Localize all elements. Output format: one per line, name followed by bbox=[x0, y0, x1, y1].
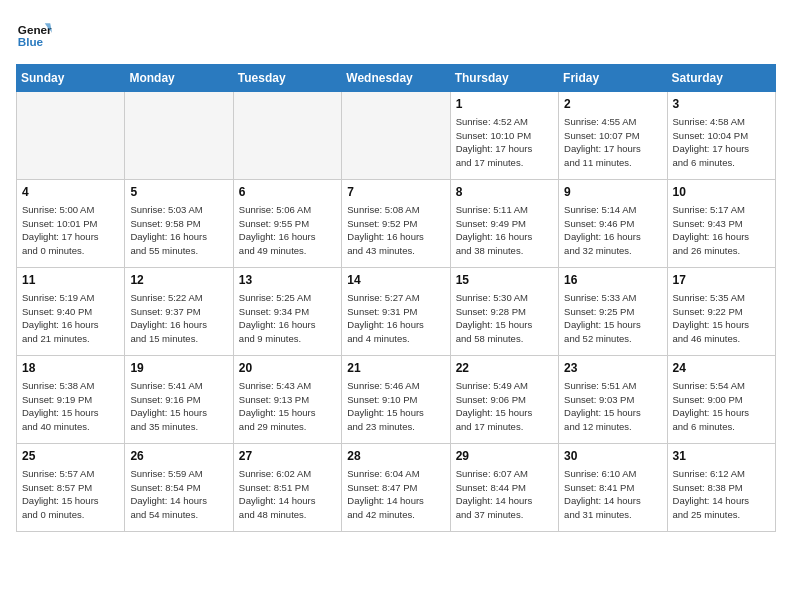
day-number: 23 bbox=[564, 360, 661, 377]
day-number: 8 bbox=[456, 184, 553, 201]
day-cell: 6Sunrise: 5:06 AMSunset: 9:55 PMDaylight… bbox=[233, 180, 341, 268]
svg-text:Blue: Blue bbox=[18, 35, 44, 48]
logo-icon: General Blue bbox=[16, 16, 52, 52]
day-number: 19 bbox=[130, 360, 227, 377]
day-info: Sunrise: 5:57 AMSunset: 8:57 PMDaylight:… bbox=[22, 467, 119, 522]
day-cell: 8Sunrise: 5:11 AMSunset: 9:49 PMDaylight… bbox=[450, 180, 558, 268]
day-cell: 17Sunrise: 5:35 AMSunset: 9:22 PMDayligh… bbox=[667, 268, 775, 356]
day-info: Sunrise: 5:17 AMSunset: 9:43 PMDaylight:… bbox=[673, 203, 770, 258]
day-cell: 28Sunrise: 6:04 AMSunset: 8:47 PMDayligh… bbox=[342, 444, 450, 532]
day-number: 15 bbox=[456, 272, 553, 289]
day-number: 3 bbox=[673, 96, 770, 113]
day-info: Sunrise: 6:07 AMSunset: 8:44 PMDaylight:… bbox=[456, 467, 553, 522]
day-cell bbox=[342, 92, 450, 180]
page-header: General Blue bbox=[16, 16, 776, 52]
calendar-table: SundayMondayTuesdayWednesdayThursdayFrid… bbox=[16, 64, 776, 532]
day-number: 31 bbox=[673, 448, 770, 465]
day-cell: 19Sunrise: 5:41 AMSunset: 9:16 PMDayligh… bbox=[125, 356, 233, 444]
day-number: 4 bbox=[22, 184, 119, 201]
day-info: Sunrise: 5:38 AMSunset: 9:19 PMDaylight:… bbox=[22, 379, 119, 434]
day-info: Sunrise: 4:58 AMSunset: 10:04 PMDaylight… bbox=[673, 115, 770, 170]
day-number: 6 bbox=[239, 184, 336, 201]
day-info: Sunrise: 5:25 AMSunset: 9:34 PMDaylight:… bbox=[239, 291, 336, 346]
day-info: Sunrise: 5:41 AMSunset: 9:16 PMDaylight:… bbox=[130, 379, 227, 434]
day-info: Sunrise: 5:08 AMSunset: 9:52 PMDaylight:… bbox=[347, 203, 444, 258]
col-header-thursday: Thursday bbox=[450, 65, 558, 92]
day-number: 20 bbox=[239, 360, 336, 377]
col-header-saturday: Saturday bbox=[667, 65, 775, 92]
day-number: 29 bbox=[456, 448, 553, 465]
day-cell: 13Sunrise: 5:25 AMSunset: 9:34 PMDayligh… bbox=[233, 268, 341, 356]
day-cell: 29Sunrise: 6:07 AMSunset: 8:44 PMDayligh… bbox=[450, 444, 558, 532]
day-number: 21 bbox=[347, 360, 444, 377]
day-info: Sunrise: 5:27 AMSunset: 9:31 PMDaylight:… bbox=[347, 291, 444, 346]
day-number: 2 bbox=[564, 96, 661, 113]
day-info: Sunrise: 6:04 AMSunset: 8:47 PMDaylight:… bbox=[347, 467, 444, 522]
day-info: Sunrise: 5:51 AMSunset: 9:03 PMDaylight:… bbox=[564, 379, 661, 434]
day-info: Sunrise: 5:46 AMSunset: 9:10 PMDaylight:… bbox=[347, 379, 444, 434]
day-info: Sunrise: 5:14 AMSunset: 9:46 PMDaylight:… bbox=[564, 203, 661, 258]
day-info: Sunrise: 5:33 AMSunset: 9:25 PMDaylight:… bbox=[564, 291, 661, 346]
day-cell: 11Sunrise: 5:19 AMSunset: 9:40 PMDayligh… bbox=[17, 268, 125, 356]
day-cell bbox=[125, 92, 233, 180]
day-info: Sunrise: 5:06 AMSunset: 9:55 PMDaylight:… bbox=[239, 203, 336, 258]
day-number: 14 bbox=[347, 272, 444, 289]
day-cell: 31Sunrise: 6:12 AMSunset: 8:38 PMDayligh… bbox=[667, 444, 775, 532]
day-number: 5 bbox=[130, 184, 227, 201]
day-cell: 27Sunrise: 6:02 AMSunset: 8:51 PMDayligh… bbox=[233, 444, 341, 532]
day-number: 30 bbox=[564, 448, 661, 465]
day-info: Sunrise: 5:00 AMSunset: 10:01 PMDaylight… bbox=[22, 203, 119, 258]
day-cell: 3Sunrise: 4:58 AMSunset: 10:04 PMDayligh… bbox=[667, 92, 775, 180]
day-cell: 21Sunrise: 5:46 AMSunset: 9:10 PMDayligh… bbox=[342, 356, 450, 444]
day-cell: 22Sunrise: 5:49 AMSunset: 9:06 PMDayligh… bbox=[450, 356, 558, 444]
day-cell: 1Sunrise: 4:52 AMSunset: 10:10 PMDayligh… bbox=[450, 92, 558, 180]
day-number: 18 bbox=[22, 360, 119, 377]
day-info: Sunrise: 5:03 AMSunset: 9:58 PMDaylight:… bbox=[130, 203, 227, 258]
col-header-monday: Monday bbox=[125, 65, 233, 92]
day-number: 7 bbox=[347, 184, 444, 201]
day-number: 9 bbox=[564, 184, 661, 201]
day-cell: 7Sunrise: 5:08 AMSunset: 9:52 PMDaylight… bbox=[342, 180, 450, 268]
day-info: Sunrise: 5:59 AMSunset: 8:54 PMDaylight:… bbox=[130, 467, 227, 522]
day-number: 28 bbox=[347, 448, 444, 465]
day-info: Sunrise: 5:30 AMSunset: 9:28 PMDaylight:… bbox=[456, 291, 553, 346]
day-cell: 20Sunrise: 5:43 AMSunset: 9:13 PMDayligh… bbox=[233, 356, 341, 444]
week-row-5: 25Sunrise: 5:57 AMSunset: 8:57 PMDayligh… bbox=[17, 444, 776, 532]
day-cell bbox=[17, 92, 125, 180]
day-number: 13 bbox=[239, 272, 336, 289]
day-number: 25 bbox=[22, 448, 119, 465]
day-info: Sunrise: 5:35 AMSunset: 9:22 PMDaylight:… bbox=[673, 291, 770, 346]
day-info: Sunrise: 5:11 AMSunset: 9:49 PMDaylight:… bbox=[456, 203, 553, 258]
day-info: Sunrise: 5:49 AMSunset: 9:06 PMDaylight:… bbox=[456, 379, 553, 434]
day-info: Sunrise: 5:22 AMSunset: 9:37 PMDaylight:… bbox=[130, 291, 227, 346]
col-header-tuesday: Tuesday bbox=[233, 65, 341, 92]
day-number: 24 bbox=[673, 360, 770, 377]
day-cell: 14Sunrise: 5:27 AMSunset: 9:31 PMDayligh… bbox=[342, 268, 450, 356]
day-cell: 2Sunrise: 4:55 AMSunset: 10:07 PMDayligh… bbox=[559, 92, 667, 180]
col-header-wednesday: Wednesday bbox=[342, 65, 450, 92]
day-info: Sunrise: 6:10 AMSunset: 8:41 PMDaylight:… bbox=[564, 467, 661, 522]
day-info: Sunrise: 4:52 AMSunset: 10:10 PMDaylight… bbox=[456, 115, 553, 170]
day-cell: 26Sunrise: 5:59 AMSunset: 8:54 PMDayligh… bbox=[125, 444, 233, 532]
day-number: 10 bbox=[673, 184, 770, 201]
week-row-1: 1Sunrise: 4:52 AMSunset: 10:10 PMDayligh… bbox=[17, 92, 776, 180]
day-cell: 10Sunrise: 5:17 AMSunset: 9:43 PMDayligh… bbox=[667, 180, 775, 268]
day-number: 22 bbox=[456, 360, 553, 377]
col-header-friday: Friday bbox=[559, 65, 667, 92]
week-row-4: 18Sunrise: 5:38 AMSunset: 9:19 PMDayligh… bbox=[17, 356, 776, 444]
day-cell: 30Sunrise: 6:10 AMSunset: 8:41 PMDayligh… bbox=[559, 444, 667, 532]
day-number: 26 bbox=[130, 448, 227, 465]
week-row-3: 11Sunrise: 5:19 AMSunset: 9:40 PMDayligh… bbox=[17, 268, 776, 356]
day-number: 12 bbox=[130, 272, 227, 289]
day-number: 1 bbox=[456, 96, 553, 113]
day-cell: 9Sunrise: 5:14 AMSunset: 9:46 PMDaylight… bbox=[559, 180, 667, 268]
day-info: Sunrise: 5:54 AMSunset: 9:00 PMDaylight:… bbox=[673, 379, 770, 434]
day-info: Sunrise: 6:02 AMSunset: 8:51 PMDaylight:… bbox=[239, 467, 336, 522]
day-info: Sunrise: 5:19 AMSunset: 9:40 PMDaylight:… bbox=[22, 291, 119, 346]
day-cell: 16Sunrise: 5:33 AMSunset: 9:25 PMDayligh… bbox=[559, 268, 667, 356]
day-number: 27 bbox=[239, 448, 336, 465]
day-cell: 15Sunrise: 5:30 AMSunset: 9:28 PMDayligh… bbox=[450, 268, 558, 356]
day-cell: 24Sunrise: 5:54 AMSunset: 9:00 PMDayligh… bbox=[667, 356, 775, 444]
week-row-2: 4Sunrise: 5:00 AMSunset: 10:01 PMDayligh… bbox=[17, 180, 776, 268]
day-info: Sunrise: 5:43 AMSunset: 9:13 PMDaylight:… bbox=[239, 379, 336, 434]
